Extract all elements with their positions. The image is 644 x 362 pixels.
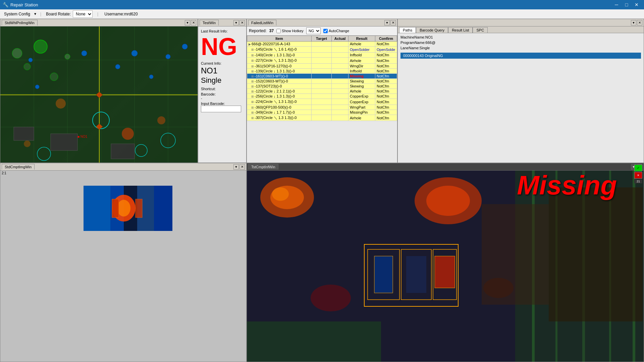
failedlist-table: Item Target Actual Result Confirm ▶666@-… <box>247 36 397 121</box>
table-row-selected[interactable]: ⊞-161(C0603-WT)()-0 Missing NotCfm <box>247 74 397 79</box>
show-hotkey-checkbox-label[interactable]: Show Hotkey <box>276 29 304 33</box>
failedlist-tab[interactable]: FailedListWin <box>248 20 276 25</box>
row-item: ⊞-349(Circle ↓ 1.7 1.7)()-0 <box>247 110 312 115</box>
failedlist-close[interactable]: ✕ <box>390 20 396 25</box>
tstcmpt-tab[interactable]: TstCmptInfWin <box>248 164 278 170</box>
row-actual <box>332 47 348 53</box>
svg-point-42 <box>117 200 130 217</box>
row-result: Skewing <box>348 79 375 84</box>
table-row[interactable]: ⊞-137(SOT23)()-0 Skewing NotCfm <box>247 84 397 89</box>
row-item: ⊞-161(C0603-WT)()-0 <box>247 74 312 79</box>
show-hotkey-label: Show Hotkey <box>282 29 304 33</box>
info-tabs-bar: Paths Barcode Query Result List SPC <box>398 26 644 33</box>
col-confirm: Confirm <box>375 36 397 42</box>
info-panel-controls: ▼ ✕ <box>631 20 642 25</box>
tab-result-list[interactable]: Result List <box>448 27 473 33</box>
thermal-svg <box>247 171 644 362</box>
autochange-checkbox[interactable] <box>323 29 328 33</box>
row-confirm: OpenSolde <box>375 47 397 53</box>
row-result: OpenSolder <box>348 47 375 53</box>
stdcmpt-minimize[interactable]: ▼ <box>233 164 239 170</box>
tab-barcode-query[interactable]: Barcode Query <box>416 27 448 33</box>
stdwhl-panel: StdWhlPnlImgWin ▼ ✕ <box>0 19 198 163</box>
svg-point-18 <box>82 51 87 56</box>
failedlist-table-scroll[interactable]: Item Target Actual Result Confirm ▶666@-… <box>247 36 397 163</box>
stdwhl-tab[interactable]: StdWhlPnlImgWin <box>2 20 38 25</box>
row-confirm: NotCfm <box>375 115 397 121</box>
stdcmpt-controls: ▼ ✕ <box>233 164 245 170</box>
table-row[interactable]: ⊞-140(Circle ↓ 1.3 1.3)()-0 Inffsold Not… <box>247 53 397 58</box>
col-actual: Actual <box>332 36 348 42</box>
close-button[interactable]: ✕ <box>632 0 641 9</box>
stdcmpt-close[interactable]: ✕ <box>239 164 245 170</box>
failedlist-controls: ▼ ✕ <box>384 20 396 25</box>
row-confirm: NotCfm <box>375 58 397 64</box>
row-actual <box>332 99 348 105</box>
testing-select[interactable]: NG OK All <box>306 27 321 34</box>
row-actual <box>332 105 348 110</box>
testwin-tab[interactable]: TestWin <box>200 20 219 25</box>
row-confirm: NotCfm <box>375 84 397 89</box>
row-target <box>312 115 332 121</box>
board-rotate-select[interactable]: None 90° 180° 270° <box>73 10 93 18</box>
stdwhl-minimize[interactable]: ▼ <box>185 20 190 25</box>
board-rotate-label: Board Rotate: <box>46 12 71 16</box>
table-row[interactable]: ⊞-139(Circle ↓ 1.3 1.3)()-0 Inffsold Not… <box>247 69 397 74</box>
row-actual <box>332 110 348 115</box>
svg-point-17 <box>35 85 39 89</box>
pcb-board-view[interactable]: ■ NO1 <box>0 26 198 163</box>
table-row[interactable]: ⊞-224(Circle ＼ 1.3 1.3)()-0 CopperExp No… <box>247 99 397 105</box>
table-row[interactable]: ⊞-307(Circle ＼ 1.3 1.3)()-0 Airhole NotC… <box>247 115 397 121</box>
table-row[interactable]: ▶666@-20220716-A-143 Airhole NotCfm <box>247 42 397 47</box>
svg-point-16 <box>29 58 33 62</box>
autochange-label: AutoChange <box>329 29 349 33</box>
component-left-img <box>84 186 172 231</box>
title-controls: ─ □ ✕ <box>612 0 641 9</box>
row-target <box>312 89 332 94</box>
username-label: Username:mrd620 <box>104 12 138 16</box>
table-row[interactable]: ⊞-361(SOP16-1270)()-0 WrngDir NotCfm <box>247 64 397 69</box>
minimize-button[interactable]: ─ <box>612 0 621 9</box>
stdwhl-close[interactable]: ✕ <box>191 20 196 25</box>
row-confirm: NotCfm <box>375 42 397 47</box>
lane-name-display: Single <box>201 76 244 85</box>
show-hotkey-checkbox[interactable] <box>276 29 281 33</box>
info-panel: ▼ ✕ Paths Barcode Query Result List SPC … <box>397 19 644 163</box>
table-row[interactable]: ⊞-145(Circle ＼ 1.6 1.4)()-0 OpenSolder O… <box>247 47 397 53</box>
svg-point-71 <box>483 278 514 298</box>
input-barcode-field[interactable] <box>201 106 241 112</box>
row-item: ⊞-227(Circle ＼ 1.3 1.3)()-0 <box>247 58 312 64</box>
verify-ng-button[interactable]: ✕ <box>634 172 642 179</box>
table-row[interactable]: ⊞-360(QFP100-500)()-0 WrngPart NotCfm <box>247 105 397 110</box>
table-row[interactable]: ⊞-227(Circle ＼ 1.3 1.3)()-0 Airhole NotC… <box>247 58 397 64</box>
tab-paths[interactable]: Paths <box>399 27 416 33</box>
svg-rect-45 <box>112 199 119 218</box>
system-config-menu[interactable]: System Config ▼ <box>1 11 37 17</box>
info-panel-close[interactable]: ✕ <box>637 20 642 25</box>
row-result: Inffsold <box>348 69 375 74</box>
row-item: ⊞-256(Circle ↓ 1.3 1.3)()-0 <box>247 94 312 99</box>
system-config-label[interactable]: System Config <box>1 11 33 17</box>
testwin-close[interactable]: ✕ <box>239 20 245 25</box>
testwin-minimize[interactable]: ▼ <box>233 20 239 25</box>
verify-ok-button[interactable]: ✓ <box>634 165 642 171</box>
table-row[interactable]: ⊞-122(Circle ↓ 2.1 2.1)()-0 Airhole NotC… <box>247 89 397 94</box>
reported-label: Reported: <box>249 28 267 33</box>
autochange-checkbox-label[interactable]: AutoChange <box>323 29 349 33</box>
stdcmpt-tab[interactable]: StdCmptImgWin <box>2 164 35 170</box>
menu-bar: System Config ▼ | Board Rotate: None 90°… <box>0 9 644 19</box>
svg-point-21 <box>149 75 153 79</box>
table-row[interactable]: ⊞-349(Circle ↓ 1.7 1.7)()-0 MissingPin N… <box>247 110 397 115</box>
row-confirm: NotCfm <box>375 74 397 79</box>
maximize-button[interactable]: □ <box>622 0 631 9</box>
table-row[interactable]: ⊞-256(Circle ↓ 1.3 1.3)()-0 CopperExp No… <box>247 94 397 99</box>
failedlist-minimize[interactable]: ▼ <box>384 20 390 25</box>
failedlist-panel: FailedListWin ▼ ✕ Reported: 37 Show Hotk… <box>247 19 397 163</box>
table-row[interactable]: ⊞-152(C0603-WT)()-0 Skewing NotCfm <box>247 79 397 84</box>
tab-spc[interactable]: SPC <box>473 27 488 33</box>
row-actual <box>332 94 348 99</box>
result-list-item[interactable]: 0000000143 OriginalNG <box>400 53 641 59</box>
circuit-svg: ■ NO1 <box>0 26 198 163</box>
svg-rect-39 <box>84 186 110 231</box>
info-panel-minimize[interactable]: ▼ <box>631 20 636 25</box>
